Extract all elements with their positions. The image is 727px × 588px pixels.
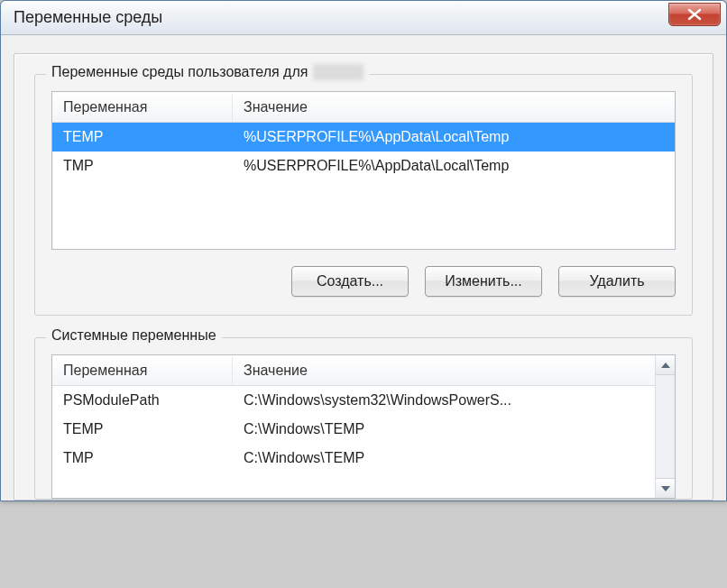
system-vars-list-wrap: Переменная Значение PSModulePath C:\Wind… [51, 354, 676, 499]
scroll-up-button[interactable] [656, 355, 675, 375]
username-blurred [313, 64, 364, 80]
chevron-up-icon [661, 363, 670, 368]
scroll-down-button[interactable] [656, 478, 675, 498]
list-item[interactable]: TEMP %USERPROFILE%\AppData\Local\Temp [52, 123, 675, 152]
close-icon [686, 8, 703, 21]
client-area: Переменные среды пользователя для Переме… [1, 35, 726, 501]
edit-button[interactable]: Изменить... [425, 266, 542, 297]
list-item[interactable]: TEMP C:\Windows\TEMP [52, 415, 655, 444]
cell-name: TMP [52, 154, 233, 178]
cell-name: TEMP [52, 418, 233, 441]
system-vars-group: Системные переменные Переменная Значение… [34, 337, 693, 500]
inner-panel: Переменные среды пользователя для Переме… [14, 53, 713, 501]
env-vars-dialog: Переменные среды Переменные среды пользо… [0, 0, 727, 501]
list-item[interactable]: PSModulePath C:\Windows\system32\Windows… [52, 386, 655, 415]
cell-value: %USERPROFILE%\AppData\Local\Temp [233, 125, 675, 149]
user-vars-legend-text: Переменные среды пользователя для [51, 64, 308, 80]
chevron-down-icon [661, 486, 670, 492]
cell-value: C:\Windows\TEMP [233, 446, 655, 470]
col-header-value[interactable]: Значение [233, 94, 675, 121]
delete-button[interactable]: Удалить [558, 266, 676, 297]
list-item[interactable]: TMP %USERPROFILE%\AppData\Local\Temp [52, 152, 675, 180]
system-vars-legend: Системные переменные [46, 327, 222, 344]
list-item[interactable]: TMP C:\Windows\TEMP [52, 444, 655, 473]
col-header-name[interactable]: Переменная [52, 357, 233, 384]
user-vars-legend: Переменные среды пользователя для [46, 64, 369, 80]
window-title: Переменные среды [14, 8, 162, 27]
cell-name: PSModulePath [52, 389, 233, 412]
cell-name: TMP [52, 446, 233, 470]
user-vars-buttons: Создать... Изменить... Удалить [51, 266, 676, 297]
scroll-track[interactable] [656, 375, 675, 478]
system-vars-body: PSModulePath C:\Windows\system32\Windows… [52, 386, 655, 473]
titlebar: Переменные среды [1, 1, 726, 35]
close-button[interactable] [668, 3, 721, 26]
user-vars-group: Переменные среды пользователя для Переме… [34, 74, 693, 316]
cell-value: %USERPROFILE%\AppData\Local\Temp [233, 154, 675, 178]
cell-value: C:\Windows\TEMP [233, 418, 655, 441]
system-vars-legend-text: Системные переменные [51, 327, 216, 344]
vertical-scrollbar[interactable] [655, 355, 675, 498]
user-vars-list[interactable]: Переменная Значение TEMP %USERPROFILE%\A… [51, 91, 676, 250]
cell-value: C:\Windows\system32\WindowsPowerS... [233, 389, 655, 412]
col-header-value[interactable]: Значение [233, 357, 655, 384]
system-vars-list[interactable]: Переменная Значение PSModulePath C:\Wind… [52, 355, 655, 498]
user-vars-header: Переменная Значение [52, 92, 675, 123]
user-vars-body: TEMP %USERPROFILE%\AppData\Local\Temp TM… [52, 123, 675, 180]
system-vars-header: Переменная Значение [52, 355, 655, 386]
col-header-name[interactable]: Переменная [52, 94, 233, 121]
cell-name: TEMP [52, 125, 233, 149]
create-button[interactable]: Создать... [291, 266, 409, 297]
